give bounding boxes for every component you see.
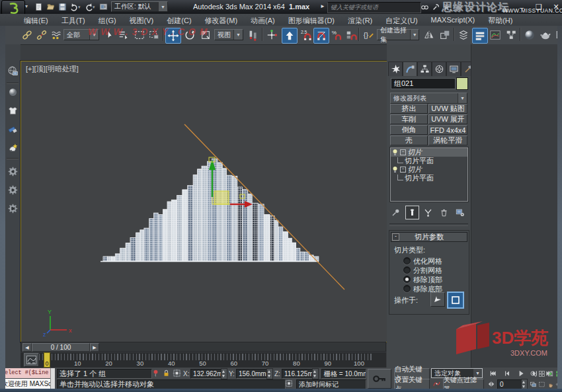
shirt-icon[interactable] (6, 104, 19, 117)
modifier-button-3[interactable]: UVW 展开 (428, 114, 467, 124)
mirror-icon[interactable] (422, 28, 436, 42)
configure-sets-button[interactable] (453, 206, 466, 219)
modifier-list-dropdown[interactable]: 修改器列表▼ (390, 93, 467, 104)
radio-分割网格[interactable] (403, 266, 411, 274)
absolute-mode-icon[interactable] (172, 368, 182, 378)
scene-explorer-icon[interactable] (6, 64, 19, 77)
y-spinner[interactable] (266, 368, 273, 379)
radio-移除顶部[interactable] (403, 276, 411, 283)
set-keys-button[interactable] (368, 369, 391, 389)
schematic-view-icon[interactable] (504, 28, 518, 42)
track-bar[interactable]: 0102030405060708090100 0 (20, 352, 386, 368)
mini-curve-editor-button[interactable] (24, 353, 39, 367)
operate-polygon-button[interactable] (430, 292, 445, 307)
modifier-button-7[interactable]: 涡轮平滑 (428, 136, 467, 145)
x-spinner[interactable] (221, 368, 227, 379)
remove-modifier-button[interactable] (438, 206, 451, 219)
search-input[interactable]: 键入关键字或短语 (327, 2, 421, 13)
frame-marker[interactable]: 0 (44, 352, 50, 368)
time-slider-handle[interactable]: 0 / 100 (32, 343, 90, 352)
menu-7[interactable]: 图形编辑器(D) (282, 14, 341, 26)
show-end-result-button[interactable] (405, 206, 420, 219)
object-color-swatch[interactable] (456, 77, 468, 90)
radio-移除底部[interactable] (403, 285, 411, 292)
add-time-tag[interactable]: 添加时间标记 (296, 379, 366, 389)
menu-0[interactable]: 编辑(E) (17, 14, 55, 26)
set-key-curve-icon[interactable] (431, 379, 442, 389)
modifier-button-4[interactable]: 倒角 (390, 125, 428, 135)
redo-dropdown-arrow[interactable]: ▾ (93, 5, 95, 10)
time-slider-prev-button[interactable]: ◀ (22, 343, 32, 352)
menu-9[interactable]: 自定义(U) (379, 14, 424, 26)
menu-2[interactable]: 组(G) (92, 14, 123, 26)
app-logo-button[interactable] (1, 0, 25, 15)
open-file-button[interactable] (45, 1, 56, 13)
isolate-button[interactable] (529, 379, 538, 389)
menu-11[interactable]: 帮助(H) (481, 14, 519, 26)
material-editor-icon[interactable] (522, 28, 537, 42)
menu-3[interactable]: 视图(V) (123, 14, 161, 26)
menu-4[interactable]: 创建(C) (160, 14, 198, 26)
render-setup-icon[interactable] (538, 28, 553, 42)
tab-modify[interactable] (403, 61, 417, 76)
modifier-button-5[interactable]: FFD 4x4x4 (428, 125, 467, 135)
named-selection-icon[interactable]: {} (361, 28, 376, 42)
align-icon[interactable] (438, 28, 452, 42)
bind-spacewarp-icon[interactable] (49, 28, 63, 42)
maxscript-listener-white[interactable]: 欢迎使用 MAXScr (0, 379, 52, 389)
viewport-label[interactable]: [+][顶][明暗处理] (26, 64, 79, 74)
help-wrench-icon[interactable] (430, 1, 441, 12)
spinner-snap-icon[interactable] (344, 28, 358, 42)
snap-25-icon[interactable]: 2.5 (299, 28, 313, 42)
operate-mesh-button[interactable] (447, 292, 464, 309)
x-field[interactable]: 132.962mm (190, 369, 222, 379)
stack-item[interactable]: 切片平面 (391, 174, 467, 182)
ribbon-toggle-icon[interactable] (472, 28, 488, 44)
menu-6[interactable]: 动画(A) (244, 14, 282, 26)
listener-scrollbar[interactable] (50, 368, 55, 389)
modifier-button-0[interactable]: 挤出 (390, 104, 428, 114)
percent-snap-icon[interactable]: % (329, 28, 344, 42)
ref-coord-dropdown[interactable]: 视图▼ (214, 29, 243, 40)
infocenter-arrow[interactable]: ► (320, 3, 325, 9)
time-slider-next-button[interactable]: ▶ (90, 343, 99, 352)
undo-dropdown-arrow[interactable]: ▾ (78, 5, 81, 10)
menu-10[interactable]: MAXScript(X) (424, 14, 482, 26)
make-unique-button[interactable] (422, 206, 435, 219)
modifier-button-2[interactable]: 车削 (390, 114, 428, 124)
save-file-button[interactable] (57, 1, 68, 13)
use-pivot-icon[interactable] (246, 28, 261, 42)
modifier-button-6[interactable]: 壳 (390, 136, 428, 145)
maxscript-listener-pink[interactable]: select #($Line (0, 368, 52, 378)
pan-button[interactable] (546, 379, 555, 389)
play-gear-icon[interactable] (6, 183, 19, 196)
rollout-header[interactable]: 切片参数 (391, 232, 467, 242)
search-button[interactable] (419, 1, 430, 12)
angle-snap-icon[interactable] (313, 28, 329, 44)
unlink-icon[interactable] (34, 28, 49, 42)
z-field[interactable]: 116.125mm (282, 369, 313, 379)
region-zoom-button[interactable] (538, 379, 546, 389)
cow-icon[interactable] (6, 141, 19, 154)
select-link-icon[interactable] (20, 28, 34, 42)
curve-editor-icon[interactable] (488, 28, 502, 42)
named-selection-dropdown[interactable]: 创建选择集▼ (377, 29, 419, 40)
object-name-field[interactable]: 组021 (391, 78, 456, 89)
selection-lock-icon[interactable] (161, 368, 171, 378)
radio-优化网格[interactable] (403, 257, 411, 264)
key-mode-toggle[interactable] (487, 379, 496, 389)
pin-stack-button[interactable] (389, 206, 403, 219)
viewport-top[interactable]: [+][顶][明暗处理] Yxz (20, 61, 387, 342)
time-tag-icon[interactable] (284, 379, 294, 388)
stack-item[interactable]: 切片平面 (391, 157, 467, 165)
prev-gear-icon[interactable] (6, 165, 19, 178)
material-sphere-icon[interactable] (6, 85, 19, 98)
notification-balloon-icon[interactable] (151, 368, 161, 378)
logo-dropdown-arrow[interactable]: ▾ (25, 3, 28, 9)
tab-create[interactable] (388, 61, 403, 76)
y-field[interactable]: 156.0mm (236, 369, 268, 379)
menu-1[interactable]: 工具(T) (55, 14, 92, 26)
layer-manager-icon[interactable] (456, 28, 471, 42)
tab-display[interactable] (446, 61, 461, 76)
manipulate-icon[interactable] (264, 28, 279, 42)
